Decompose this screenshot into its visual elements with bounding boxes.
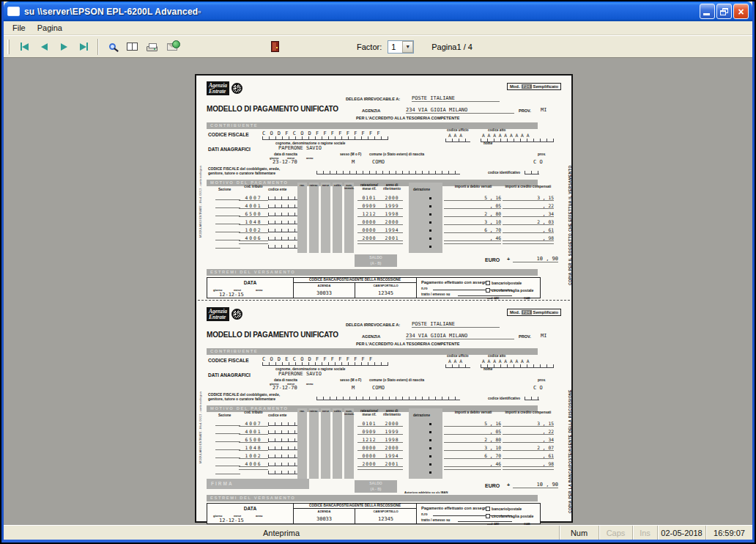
header-credito: importi a credito compensati: [503, 411, 554, 415]
insert-indicator: Ins: [632, 526, 657, 540]
anno-cell: 2001: [381, 235, 403, 241]
agenzia-entrate-logo: Agenzia Entrate: [207, 307, 242, 321]
accredito-label: PER L'ACCREDITO ALLA TESORERIA COMPETENT…: [356, 342, 459, 346]
next-page-button[interactable]: [54, 38, 74, 56]
cf2-boxes: [316, 397, 460, 400]
title-bar: su \\server\EPSON EPL-6200L Advanced▫ ×: [4, 1, 752, 21]
menu-pagina[interactable]: Pagina: [32, 22, 68, 34]
sezione-cell: [215, 449, 240, 450]
header-tributo: cod. tributo: [239, 185, 268, 189]
mod-suffix: Semplificato: [533, 84, 558, 89]
zoom-button[interactable]: [103, 38, 122, 56]
prov-nascita-value: C O: [533, 385, 543, 391]
tributo-cell: 4001: [239, 429, 268, 435]
azienda-col: AZIENDA 30033: [294, 283, 355, 298]
sezione-cell: [215, 425, 240, 426]
data-label: DATA: [207, 506, 293, 511]
estremi-band: ESTREMI DEL VERSAMENTO: [207, 495, 538, 501]
delega-label: DELEGA IRREVOCABILE A:: [346, 323, 400, 327]
table-row: 1048 0000 2000 3 , 10 2 , 03: [196, 218, 574, 227]
app-window: su \\server\EPSON EPL-6200L Advanced▫ × …: [1, 1, 755, 543]
saldo-line2: (A - B): [355, 260, 397, 266]
dati-anagrafici-label: DATI ANAGRAFICI: [208, 372, 251, 378]
ente-cell: [268, 245, 297, 249]
sesso-value: M: [352, 385, 355, 391]
credito-cell: [503, 243, 554, 244]
tributo-cell: 6500: [239, 437, 268, 443]
book-icon: [127, 43, 138, 51]
credito-cell: 2 , 07: [503, 445, 554, 451]
header-debito: importi a debito versati: [447, 185, 500, 189]
anno-cell: 2000: [381, 219, 403, 225]
header-bar-3: mese: [321, 410, 330, 413]
anno-cell: [381, 243, 403, 244]
restore-button[interactable]: [716, 4, 732, 19]
detrazione-mark: [429, 423, 431, 425]
detrazione-mark: [429, 463, 431, 466]
euro-value: 10 , 90: [513, 482, 558, 488]
debito-cell: , 46: [444, 461, 501, 467]
tributo-cell: 1002: [239, 453, 268, 459]
factor-select[interactable]: 1 ▼: [388, 40, 414, 54]
anno-cell: [381, 469, 403, 470]
table-row: 4001 0909 1999 , 05 , 22: [196, 428, 574, 436]
credito-cell: , 61: [503, 227, 554, 233]
last-page-button[interactable]: [74, 38, 94, 56]
ente-cell: [268, 471, 297, 474]
cf2-boxes: [316, 171, 460, 174]
first-page-button[interactable]: [15, 38, 34, 56]
ente-cell: [268, 446, 297, 450]
header-tributo: cod. tributo: [239, 411, 268, 415]
menu-file[interactable]: File: [7, 22, 32, 34]
detrazione-mark: [429, 439, 431, 441]
table-row: 4007 0101 2000 5 , 16 3 , 15: [196, 420, 574, 428]
anno-cell: 2000: [381, 421, 403, 427]
tributo-cell: 4006: [239, 235, 268, 241]
prov-nascita-label: prov.: [538, 378, 546, 382]
prov-nascita-label: prov.: [538, 152, 546, 156]
nascita-value: 23-12-70: [273, 159, 297, 165]
anno-cell: 1994: [381, 453, 403, 459]
versamento-box: DATA giorno mese anno 12-12-15 CODICE BA…: [207, 503, 541, 524]
estremi-band: ESTREMI DEL VERSAMENTO: [207, 269, 538, 276]
sezione-cell: [215, 216, 240, 216]
mail-globe-icon: [167, 43, 177, 51]
toolbar-grip[interactable]: [7, 40, 10, 54]
close-button[interactable]: ×: [733, 4, 749, 19]
prov-value: MI: [541, 107, 546, 113]
prov-nascita-value: C O: [533, 159, 543, 165]
prev-page-button[interactable]: [34, 38, 54, 56]
mod-code: F24: [522, 310, 532, 315]
codice-atto-label: codice atto: [488, 354, 505, 358]
credito-cell: , 22: [503, 429, 554, 435]
logo-line2: Entrate: [209, 89, 227, 95]
minimize-button[interactable]: [700, 4, 715, 19]
num-lock-indicator: Num: [559, 526, 598, 540]
azienda-col: AZIENDA 30033: [294, 509, 355, 524]
two-page-view-button[interactable]: [122, 38, 142, 56]
sezione-cell: [215, 441, 240, 442]
credito-cell: , 61: [503, 453, 554, 459]
data-value: 12-12-15: [219, 518, 244, 523]
sezione-cell: [215, 240, 240, 240]
credito-cell: , 34: [503, 437, 554, 443]
exit-button[interactable]: [265, 38, 285, 56]
saldo-box: SALDO (A - B): [355, 254, 397, 267]
cab2-label: CAB: [524, 522, 530, 526]
header-sezione: Sezione: [218, 413, 231, 417]
print-button[interactable]: [142, 38, 162, 56]
chevron-down-icon[interactable]: ▼: [402, 41, 413, 53]
header-anno: anno di riferimento: [379, 184, 404, 191]
mod-badge: Mod. F24 Semplificato: [507, 309, 561, 316]
send-button[interactable]: [162, 38, 182, 56]
cab-value: 12345: [355, 290, 416, 296]
debito-cell: 6 , 70: [444, 453, 501, 459]
mod-label: Mod.: [510, 84, 520, 89]
next-page-icon: [61, 43, 67, 51]
anno-label2: anno: [256, 514, 263, 518]
last-page-icon: [80, 43, 86, 51]
abi-label: cod. ABI: [487, 296, 499, 300]
debito-cell: , 05: [444, 203, 501, 209]
agenzia-label: AGENZIA: [362, 109, 380, 113]
magnifier-icon: [109, 43, 116, 50]
